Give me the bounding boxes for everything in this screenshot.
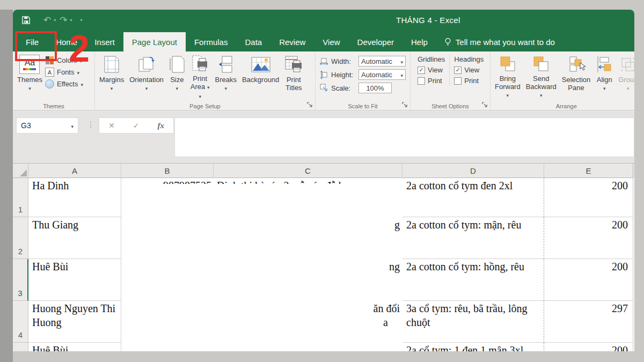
cell-A3[interactable]: Huê Bùi xyxy=(28,259,121,301)
cell-B4[interactable] xyxy=(121,301,214,343)
cancel-icon[interactable]: ✕ xyxy=(108,121,115,130)
undo-icon[interactable] xyxy=(43,14,51,26)
select-all-corner[interactable] xyxy=(13,164,28,178)
group-label-sheet-options: Sheet Options xyxy=(411,103,490,109)
width-select[interactable]: Automatic xyxy=(358,56,406,67)
tab-data[interactable]: Data xyxy=(236,32,270,51)
cell-B3[interactable] xyxy=(121,259,214,301)
headings-view-checkbox-box[interactable]: ✓ xyxy=(454,67,462,74)
gridlines-print-checkbox[interactable]: Print xyxy=(418,77,445,85)
tell-me-label: Tell me what you want to do xyxy=(456,38,555,47)
selection-pane-button[interactable]: Selection Pane xyxy=(559,53,593,98)
gridlines-print-checkbox-box[interactable] xyxy=(418,77,425,85)
tab-formulas[interactable]: Formulas xyxy=(186,32,237,51)
gridlines-view-checkbox[interactable]: ✓ View xyxy=(418,66,445,74)
print-titles-label-1: Print xyxy=(287,76,301,84)
tell-me-box[interactable]: Tell me what you want to do xyxy=(438,32,560,51)
effects-icon xyxy=(45,79,54,88)
group-label-scale-to-fit: Scale to Fit xyxy=(316,103,410,109)
bring-forward-button[interactable]: Bring Forward xyxy=(492,53,523,98)
row-header-4[interactable]: 4 xyxy=(13,301,28,343)
cell-E1[interactable]: 200 xyxy=(544,178,633,217)
cell-E4[interactable]: 297 xyxy=(544,301,633,343)
send-backward-button[interactable]: Send Backward xyxy=(523,53,559,98)
height-select[interactable]: Automatic xyxy=(358,69,406,80)
cell-D4[interactable]: 3a cổ tym: rêu, bã trầu, lông chuột xyxy=(402,301,544,343)
cell-C2[interactable]: g xyxy=(214,217,402,259)
cell-A1[interactable]: Ha Dinh xyxy=(28,178,121,217)
tab-help[interactable]: Help xyxy=(402,32,436,51)
orientation-button[interactable]: Orientation xyxy=(127,53,166,98)
column-header-A[interactable]: A xyxy=(28,164,121,178)
send-backward-icon xyxy=(532,55,550,73)
cell-E5[interactable]: 200 xyxy=(544,343,633,351)
customize-qat-icon[interactable] xyxy=(80,18,83,23)
tab-insert[interactable]: Insert xyxy=(86,32,123,51)
page-setup-dialog-launcher-icon[interactable] xyxy=(307,102,313,108)
orientation-icon xyxy=(137,55,156,74)
save-icon[interactable] xyxy=(21,16,31,25)
headings-view-checkbox[interactable]: ✓ View xyxy=(454,66,484,74)
row-header-5[interactable]: 5 xyxy=(13,343,28,351)
tab-view[interactable]: View xyxy=(314,32,348,51)
margins-button[interactable]: Margins xyxy=(97,53,127,98)
print-area-button[interactable]: Print Area xyxy=(188,53,213,98)
sheet-options-dialog-launcher-icon[interactable] xyxy=(482,102,488,108)
cell-A5[interactable]: Huê Bùi xyxy=(28,343,121,351)
cell-C4[interactable]: ăn đốia xyxy=(214,301,402,343)
effects-label: Effects xyxy=(57,80,78,88)
tab-review[interactable]: Review xyxy=(270,32,314,51)
cell-E3[interactable]: 200 xyxy=(544,259,633,301)
breaks-button[interactable]: Breaks xyxy=(212,53,239,98)
enter-icon[interactable]: ✓ xyxy=(133,121,140,130)
row-header-2[interactable]: 2 xyxy=(13,217,28,259)
cell-D2[interactable]: 2a cotton cổ tym: mận, rêu xyxy=(402,217,544,259)
background-button[interactable]: Background xyxy=(239,53,282,98)
tab-page-layout[interactable]: Page Layout xyxy=(123,32,186,51)
margins-caret-icon xyxy=(111,84,113,93)
group-scale-to-fit: Width: Automatic Height: Automatic xyxy=(316,51,411,110)
align-caret-icon xyxy=(603,84,606,93)
column-header-E[interactable]: E xyxy=(544,164,633,178)
headings-print-checkbox-box[interactable] xyxy=(454,77,462,85)
cell-E2[interactable]: 200 xyxy=(544,217,633,259)
cell-C5[interactable] xyxy=(214,343,402,351)
redo-icon[interactable] xyxy=(60,14,67,26)
effects-button[interactable]: Effects xyxy=(45,79,83,88)
size-button[interactable]: Size xyxy=(166,53,188,98)
column-header-B[interactable]: B xyxy=(121,164,214,178)
align-button[interactable]: Align xyxy=(593,53,616,98)
cell-D3[interactable]: 2a cotton cổ tym: hồng, rêu xyxy=(402,259,544,301)
scale-input[interactable]: 100% xyxy=(358,83,392,93)
redo-caret-icon[interactable] xyxy=(70,18,72,23)
print-titles-button[interactable]: Print Titles xyxy=(282,53,305,98)
cell-A2[interactable]: Thu Giang xyxy=(28,217,121,259)
scale-to-fit-dialog-launcher-icon[interactable] xyxy=(402,102,408,108)
height-caret-icon xyxy=(400,71,403,79)
name-box-caret-icon[interactable] xyxy=(71,121,74,130)
tab-developer[interactable]: Developer xyxy=(349,32,402,51)
gridlines-view-checkbox-box[interactable]: ✓ xyxy=(418,67,425,74)
row-header-1[interactable]: 1 xyxy=(13,178,28,217)
column-header-C[interactable]: C xyxy=(214,164,402,178)
undo-caret-icon[interactable] xyxy=(54,18,56,23)
insert-function-icon[interactable]: fx xyxy=(157,121,164,130)
cell-A4[interactable]: Huong Nguyen Thi Huong xyxy=(28,301,121,343)
gridlines-view-label: View xyxy=(428,66,443,74)
cell-B2[interactable] xyxy=(121,217,214,259)
row-header-3[interactable]: 3 xyxy=(13,259,28,301)
fonts-icon: A xyxy=(45,68,54,77)
cell-D5[interactable]: 2a cổ tym: 1 đen 1 mận 3xl xyxy=(402,343,544,351)
send-backward-label-1: Send xyxy=(533,75,549,83)
headings-print-checkbox[interactable]: Print xyxy=(454,77,484,85)
column-header-D[interactable]: D xyxy=(402,164,544,178)
group-sheet-options: Gridlines ✓ View Print Headings ✓ View xyxy=(411,51,491,110)
cell-D1[interactable]: 2a cotton cổ tym đen 2xl xyxy=(402,178,544,217)
name-box[interactable]: G3 xyxy=(16,117,78,134)
cell-B5[interactable] xyxy=(121,343,214,351)
cell-C3[interactable]: ng xyxy=(214,259,402,301)
ribbon: Aa Themes xyxy=(13,51,634,110)
send-backward-label-2: Backward xyxy=(526,83,557,91)
headings-label: Headings xyxy=(454,55,484,63)
formula-input[interactable] xyxy=(174,117,634,157)
